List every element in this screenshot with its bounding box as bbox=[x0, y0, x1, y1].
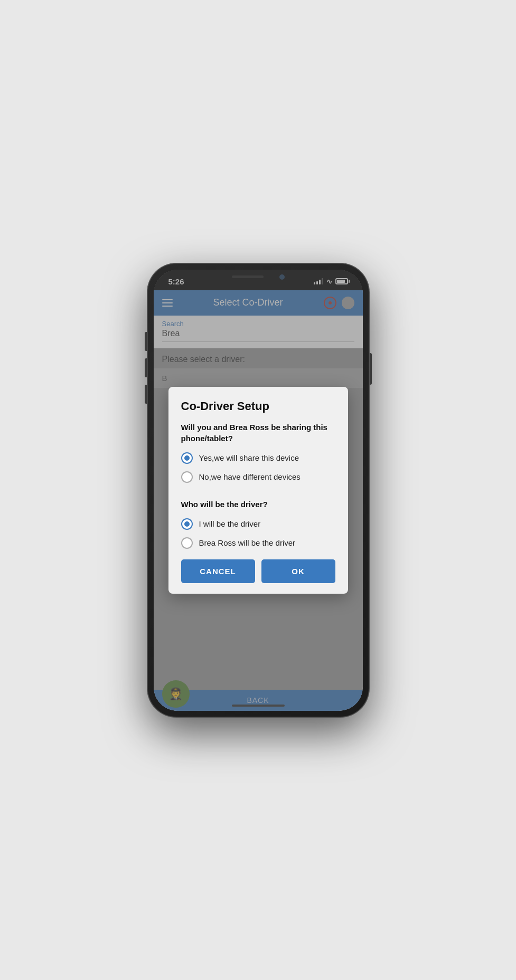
radio-option-share-yes[interactable]: Yes,we will share this device bbox=[181, 452, 335, 464]
cancel-button[interactable]: CANCEL bbox=[181, 559, 255, 583]
radio-option-driver-self[interactable]: I will be the driver bbox=[181, 518, 335, 530]
ok-button[interactable]: OK bbox=[261, 559, 335, 583]
modal-buttons: CANCEL OK bbox=[181, 559, 335, 583]
modal-title: Co-Driver Setup bbox=[181, 399, 335, 413]
radio-btn-share-no[interactable] bbox=[181, 471, 193, 483]
section-divider bbox=[181, 490, 335, 499]
radio-btn-driver-self[interactable] bbox=[181, 518, 193, 530]
radio-btn-driver-other[interactable] bbox=[181, 537, 193, 549]
app-content: Select Co-Driver Search Brea Please sele… bbox=[154, 290, 363, 711]
radio-option-share-no[interactable]: No,we have different devices bbox=[181, 471, 335, 483]
radio-option-driver-other[interactable]: Brea Ross will be the driver bbox=[181, 537, 335, 549]
radio-label-share-no: No,we have different devices bbox=[199, 472, 301, 481]
radio-label-driver-self: I will be the driver bbox=[199, 519, 261, 528]
screen: 5:26 ∿ Select Co bbox=[154, 270, 363, 711]
radio-label-driver-other: Brea Ross will be the driver bbox=[199, 538, 296, 547]
radio-btn-share-yes[interactable] bbox=[181, 452, 193, 464]
phone-inner: 5:26 ∿ Select Co bbox=[154, 270, 363, 711]
modal-question-1: Will you and Brea Ross be sharing this p… bbox=[181, 422, 335, 444]
phone-frame: 5:26 ∿ Select Co bbox=[147, 263, 369, 717]
radio-label-share-yes: Yes,we will share this device bbox=[199, 453, 299, 462]
modal-overlay: Co-Driver Setup Will you and Brea Ross b… bbox=[154, 290, 363, 711]
modal-dialog: Co-Driver Setup Will you and Brea Ross b… bbox=[168, 387, 348, 594]
modal-question-2: Who will be the driver? bbox=[181, 499, 335, 510]
